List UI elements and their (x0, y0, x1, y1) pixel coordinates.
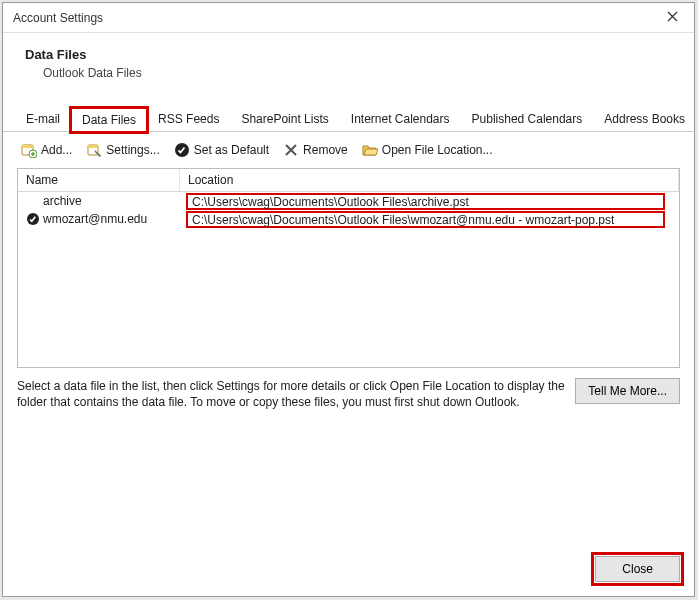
window-title: Account Settings (13, 11, 103, 25)
remove-button[interactable]: Remove (279, 140, 352, 160)
tab-sharepoint-lists[interactable]: SharePoint Lists (230, 107, 339, 131)
tab-published-calendars[interactable]: Published Calendars (461, 107, 594, 131)
footer: Close (3, 546, 694, 596)
row-location: C:\Users\cwag\Documents\Outlook Files\wm… (186, 211, 665, 228)
open-file-location-label: Open File Location... (382, 143, 493, 157)
row-name: wmozart@nmu.edu (43, 212, 147, 226)
list-header: Name Location (18, 169, 679, 192)
list-row[interactable]: archive C:\Users\cwag\Documents\Outlook … (18, 192, 679, 210)
row-name-cell: archive (18, 193, 180, 209)
data-files-list: Name Location archive C:\Users\cwag\Docu… (17, 168, 680, 368)
add-icon (21, 142, 37, 158)
svg-rect-4 (88, 145, 98, 148)
tab-address-books[interactable]: Address Books (593, 107, 696, 131)
row-location-cell: C:\Users\cwag\Documents\Outlook Files\ar… (180, 192, 679, 211)
close-icon (667, 11, 678, 25)
toolbar: Add... Settings... Set as Default Remove… (3, 132, 694, 166)
close-button[interactable]: Close (595, 556, 680, 582)
default-check-icon (26, 212, 40, 226)
help-text: Select a data file in the list, then cli… (17, 378, 565, 410)
open-file-location-button[interactable]: Open File Location... (358, 140, 497, 160)
settings-label: Settings... (106, 143, 159, 157)
window-close-button[interactable] (650, 3, 694, 33)
row-location-cell: C:\Users\cwag\Documents\Outlook Files\wm… (180, 210, 679, 229)
remove-label: Remove (303, 143, 348, 157)
row-location: C:\Users\cwag\Documents\Outlook Files\ar… (186, 193, 665, 210)
header-title: Data Files (25, 47, 678, 62)
header: Data Files Outlook Data Files (3, 33, 694, 90)
account-settings-window: Account Settings Data Files Outlook Data… (2, 2, 695, 597)
add-label: Add... (41, 143, 72, 157)
tab-rss-feeds[interactable]: RSS Feeds (147, 107, 230, 131)
header-subtitle: Outlook Data Files (25, 66, 678, 80)
row-name: archive (43, 194, 82, 208)
tab-internet-calendars[interactable]: Internet Calendars (340, 107, 461, 131)
set-default-button[interactable]: Set as Default (170, 140, 273, 160)
tabstrip: E-mail Data Files RSS Feeds SharePoint L… (3, 108, 694, 132)
tell-me-more-button[interactable]: Tell Me More... (575, 378, 680, 404)
svg-rect-1 (22, 145, 33, 148)
settings-button[interactable]: Settings... (82, 140, 163, 160)
settings-icon (86, 142, 102, 158)
titlebar: Account Settings (3, 3, 694, 33)
column-header-location[interactable]: Location (180, 169, 679, 191)
check-circle-icon (174, 142, 190, 158)
tab-email[interactable]: E-mail (15, 107, 71, 131)
remove-icon (283, 142, 299, 158)
column-header-name[interactable]: Name (18, 169, 180, 191)
row-name-cell: wmozart@nmu.edu (18, 211, 180, 227)
set-default-label: Set as Default (194, 143, 269, 157)
folder-open-icon (362, 142, 378, 158)
list-row[interactable]: wmozart@nmu.edu C:\Users\cwag\Documents\… (18, 210, 679, 228)
add-button[interactable]: Add... (17, 140, 76, 160)
tab-data-files[interactable]: Data Files (71, 108, 147, 132)
help-area: Select a data file in the list, then cli… (3, 368, 694, 410)
